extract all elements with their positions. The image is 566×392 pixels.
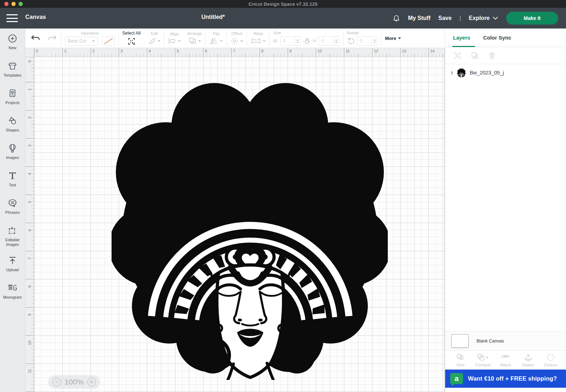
ruler-number: 14 [428,48,445,57]
layer-tools-row [445,47,566,64]
make-it-button[interactable]: Make It [506,12,558,25]
warp-menu-button[interactable] [251,37,266,45]
save-link[interactable]: Save [438,15,452,21]
height-value: 0 [319,38,333,43]
edit-group: Edit [148,29,160,47]
canvas-nav-label[interactable]: Canvas [25,14,46,20]
canvas-grid[interactable]: − 100% + [34,57,444,392]
ruler-number: 13 [400,48,428,57]
height-input[interactable]: 0 [319,36,339,46]
select-all-icon[interactable] [127,37,136,46]
balloon-icon [7,143,17,153]
align-group: Align [168,29,181,47]
arrange-icon [188,37,197,45]
ruler-number: 9 [288,48,316,57]
ruler-number: 3 [25,141,34,170]
contour-button[interactable]: Contour [540,353,561,367]
sidebar-item-templates[interactable]: Templates [0,61,25,88]
window-controls [4,2,23,6]
sidebar-item-images[interactable]: Images [0,143,25,171]
width-input[interactable]: 0 [280,36,301,46]
left-sidebar: New Templates Projects Shapes Images Tex… [0,29,25,392]
document-title[interactable]: Untitled* [201,14,225,20]
sidebar-item-new[interactable]: New [0,33,25,61]
zoom-window-button[interactable] [19,2,23,6]
ruler-number: 12 [372,48,400,57]
warp-group: Warp [251,29,266,47]
layer-thumbnail [457,68,466,78]
align-menu-button[interactable] [168,37,181,45]
arrange-group: Arrange [187,29,202,47]
offset-menu-button[interactable] [230,37,243,45]
tab-layers[interactable]: Layers [453,35,470,41]
promo-banner[interactable]: a Want €10 off + FREE shipping? [445,370,566,388]
trash-icon[interactable] [488,52,496,60]
flip-label: Flip [213,31,220,36]
rotate-input[interactable]: 0 [357,36,377,46]
promo-text: Want €10 off + FREE shipping? [468,375,557,382]
ruler-number: 0 [34,48,62,57]
flip-icon [209,37,218,45]
sidebar-item-text[interactable]: Text [0,171,25,198]
edit-menu-button[interactable] [148,37,160,45]
my-stuff-link[interactable]: My Stuff [408,15,431,21]
active-tab-underline [452,46,475,47]
new-icon [7,33,17,43]
layers-panel: Layers Color Sync › Bw_2023_05_j Blank C… [445,29,566,392]
attach-button[interactable]: Attach [495,353,516,367]
ruler-number: 0 [25,57,34,85]
arrange-menu-button[interactable] [188,37,201,45]
ruler-number: 11 [25,367,34,392]
material-color-swatch[interactable] [102,37,115,46]
redo-icon[interactable] [47,34,57,42]
minimize-window-button[interactable] [11,2,16,6]
ruler-number: 4 [147,48,175,57]
lock-icon[interactable] [302,37,312,45]
combine-button[interactable]: Combine [473,353,493,367]
menu-icon[interactable] [6,14,18,22]
close-window-button[interactable] [4,2,9,6]
flatten-button[interactable]: Flatten [518,353,539,367]
ruler-number: 10 [316,48,344,57]
editable-images-icon [7,226,17,236]
align-label: Align [170,32,179,36]
speech-bubble-icon [7,198,17,208]
chevron-down-icon [493,16,498,20]
height-stepper[interactable] [333,37,339,45]
ruler-number: 2 [91,48,119,57]
select-all-group: Select All [122,29,140,47]
rotate-stepper[interactable] [371,37,377,45]
ruler-number: 7 [25,254,34,282]
flip-menu-button[interactable] [209,37,223,45]
sidebar-item-shapes[interactable]: Shapes [0,116,25,143]
zoom-in-button[interactable]: + [87,378,96,386]
width-stepper[interactable] [295,37,300,45]
width-label: W [273,38,277,43]
slice-button[interactable]: Slice [450,353,471,367]
undo-icon[interactable] [30,34,41,42]
zoom-out-button[interactable]: − [52,378,61,386]
duplicate-icon[interactable] [471,52,479,60]
layer-expand-chevron-icon[interactable]: › [451,68,453,77]
operation-select[interactable]: Basic Cut [65,37,98,46]
group-select-icon[interactable] [454,52,462,60]
bell-icon[interactable] [392,14,400,22]
blank-canvas-row: Blank Canvas [445,331,566,350]
ruler-number: 1 [62,48,91,57]
window-title: Cricut Design Space v7.32.125 [248,1,318,7]
sidebar-item-monogram[interactable]: Monogram [0,283,25,310]
upload-icon [7,256,17,265]
height-label: H [313,38,316,43]
tab-color-sync[interactable]: Color Sync [483,35,511,41]
canvas-artwork-afro-woman[interactable] [112,79,388,380]
rotate-group: Rotate 0 [347,29,377,47]
sidebar-item-phrases[interactable]: Phrases [0,198,25,226]
layer-list-item[interactable]: › Bw_2023_05_j [445,64,566,81]
more-menu-button[interactable]: More [385,36,401,41]
sidebar-item-editable-images[interactable]: Editable Images [0,226,25,256]
sidebar-item-projects[interactable]: Projects [0,88,25,116]
explore-menu[interactable]: Explore [469,15,498,21]
operation-label: Operation [81,31,99,35]
blank-canvas-thumbnail[interactable] [451,334,469,348]
sidebar-item-upload[interactable]: Upload [0,256,25,283]
